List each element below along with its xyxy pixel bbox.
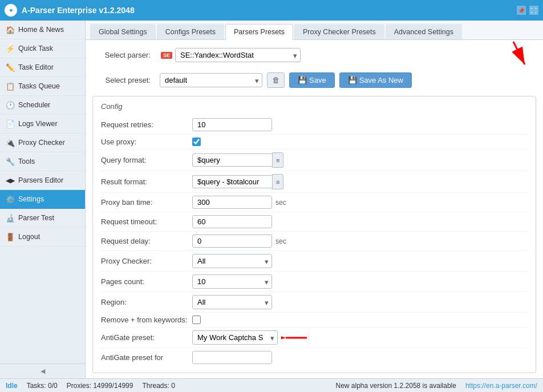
field-label: AntiGate preset for	[101, 353, 192, 362]
tasks-queue-icon: 📋	[6, 82, 15, 91]
sidebar-item-logs-viewer[interactable]: 📄 Logs Viewer	[0, 115, 85, 134]
sidebar-item-label: Quick Task	[18, 45, 53, 52]
sidebar-item-quick-task[interactable]: ⚡ Quick Task	[0, 39, 85, 58]
select-parser-row: Select parser: SE SE::Yandex::WordStat ▾	[92, 46, 536, 64]
sidebar-item-tools[interactable]: 🔧 Tools	[0, 152, 85, 171]
antigate-preset-for-input[interactable]	[192, 351, 272, 364]
pages-count-select[interactable]: 10	[192, 274, 272, 289]
region-select[interactable]: All	[192, 295, 272, 309]
quick-task-icon: ⚡	[6, 44, 15, 53]
field-proxy-ban-time: Proxy ban time: sec	[101, 193, 528, 212]
save-as-new-button[interactable]: 💾 Save As New	[339, 72, 412, 88]
sidebar-item-label: Tasks Queue	[18, 82, 60, 90]
sidebar-item-label: Home & News	[18, 26, 64, 34]
request-retries-input[interactable]	[192, 118, 272, 131]
sidebar-collapse-btn[interactable]: ◀	[0, 363, 85, 378]
sidebar-item-home[interactable]: 🏠 Home & News	[0, 21, 85, 39]
pin-button[interactable]: 📌	[517, 6, 526, 15]
sidebar-item-logout[interactable]: 🚪 Logout	[0, 228, 85, 246]
select-parser-label: Select parser:	[92, 51, 155, 59]
use-proxy-checkbox[interactable]	[192, 138, 201, 146]
field-antigate-preset-for: AntiGate preset for	[101, 348, 528, 367]
save-button[interactable]: 💾 Save	[289, 72, 335, 88]
tab-parsers-presets[interactable]: Parsers Presets	[225, 24, 293, 40]
settings-panel: Select parser: SE SE::Yandex::WordStat ▾…	[86, 40, 543, 378]
proxy-ban-time-input[interactable]	[192, 196, 272, 209]
window-controls: 📌 ⛶	[517, 6, 538, 15]
tab-configs-presets[interactable]: Configs Presets	[157, 24, 224, 39]
tab-proxy-checker-presets[interactable]: Proxy Checker Presets	[294, 24, 384, 39]
scheduler-icon: 🕐	[6, 100, 15, 110]
field-control: All ▾	[192, 295, 272, 309]
request-delay-input[interactable]	[192, 235, 272, 248]
content-area: Global Settings Configs Presets Parsers …	[86, 21, 543, 378]
field-region: Region: All ▾	[101, 292, 528, 313]
tabs-bar: Global Settings Configs Presets Parsers …	[86, 21, 543, 40]
field-label: Pages count:	[101, 277, 192, 286]
sidebar-item-parsers-editor[interactable]: ◀▶ Parsers Editor	[0, 171, 85, 190]
preset-select[interactable]: default	[160, 73, 262, 87]
antigate-select-wrap: My Work Captcha S ▾	[192, 330, 278, 345]
parser-badge: SE	[161, 52, 172, 59]
field-query-format: Query format: ≡	[101, 149, 528, 171]
sidebar-item-label: Task Editor	[18, 63, 54, 71]
field-label: Request timeout:	[101, 217, 192, 226]
parser-test-icon: 🔬	[6, 213, 15, 223]
result-format-btn[interactable]: ≡	[272, 174, 283, 189]
delete-preset-button[interactable]: 🗑	[267, 72, 285, 88]
save-new-icon: 💾	[348, 76, 357, 84]
sidebar-item-parser-test[interactable]: 🔬 Parser Test	[0, 209, 85, 228]
tools-icon: 🔧	[6, 157, 15, 166]
pages-count-select-wrap: 10 ▾	[192, 274, 272, 289]
field-remove-plus: Remove + from keywords:	[101, 313, 528, 328]
field-antigate-preset: AntiGate preset: My Work Captcha S ▾	[101, 328, 528, 348]
sidebar-item-label: Parser Test	[18, 214, 54, 222]
tab-global-settings[interactable]: Global Settings	[90, 24, 156, 39]
field-request-delay: Request delay: sec	[101, 232, 528, 251]
titlebar: ✦ A-Parser Enterprise v1.2.2048 📌 ⛶	[0, 0, 543, 21]
field-control: sec	[192, 235, 286, 248]
field-label: Request delay:	[101, 237, 192, 245]
field-control	[192, 118, 272, 131]
select-preset-row: Select preset: default ▾ 🗑 💾 Save 💾 Save	[92, 70, 536, 90]
sidebar-item-proxy-checker[interactable]: 🔌 Proxy Checker	[0, 134, 85, 152]
result-format-input[interactable]	[192, 175, 272, 188]
field-result-format: Result format: ≡	[101, 171, 528, 193]
sidebar-item-label: Logout	[18, 233, 40, 241]
remove-plus-checkbox[interactable]	[192, 316, 201, 324]
request-timeout-input[interactable]	[192, 215, 272, 228]
delete-icon: 🗑	[272, 76, 279, 84]
field-control	[192, 215, 272, 228]
update-link[interactable]: https://en.a-parser.com/	[465, 382, 537, 390]
field-label: Proxy Checker:	[101, 257, 192, 265]
sidebar: 🏠 Home & News ⚡ Quick Task ✏️ Task Edito…	[0, 21, 86, 378]
sidebar-item-scheduler[interactable]: 🕐 Scheduler	[0, 96, 85, 115]
field-use-proxy: Use proxy:	[101, 135, 528, 149]
sidebar-item-tasks-queue[interactable]: 📋 Tasks Queue	[0, 77, 85, 96]
field-label: AntiGate preset:	[101, 333, 192, 342]
query-format-input[interactable]	[192, 153, 272, 167]
sidebar-item-label: Logs Viewer	[18, 120, 58, 128]
logs-icon: 📄	[6, 119, 15, 128]
sidebar-item-label: Tools	[18, 157, 35, 165]
field-control: All ▾	[192, 254, 272, 268]
status-idle: Idle	[6, 382, 18, 390]
status-proxies: Proxies: 14999/14999	[67, 382, 133, 390]
task-editor-icon: ✏️	[6, 63, 15, 72]
field-label: Query format:	[101, 156, 192, 164]
home-icon: 🏠	[6, 25, 15, 34]
config-title: Config	[101, 102, 528, 111]
unit-sec: sec	[275, 199, 286, 207]
antigate-preset-select[interactable]: My Work Captcha S	[192, 330, 278, 345]
settings-icon: ⚙️	[6, 195, 15, 204]
proxy-checker-select[interactable]: All	[192, 254, 272, 268]
parser-select[interactable]: SE::Yandex::WordStat	[175, 48, 301, 62]
tab-advanced-settings[interactable]: Advanced Settings	[386, 24, 462, 39]
sidebar-item-settings[interactable]: ⚙️ Settings	[0, 190, 85, 209]
expand-button[interactable]: ⛶	[529, 6, 538, 15]
query-format-btn[interactable]: ≡	[272, 152, 283, 168]
sidebar-item-task-editor[interactable]: ✏️ Task Editor	[0, 58, 85, 77]
field-pages-count: Pages count: 10 ▾	[101, 272, 528, 292]
field-control: My Work Captcha S ▾	[192, 330, 310, 345]
proxy-icon: 🔌	[6, 138, 15, 147]
